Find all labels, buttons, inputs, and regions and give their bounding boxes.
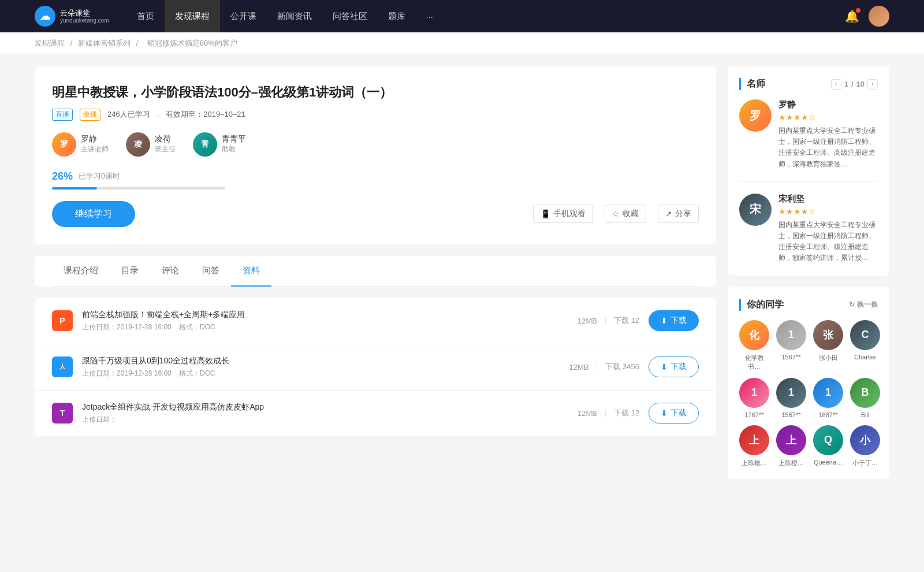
download-button-2[interactable]: ⬇ 下载 — [649, 403, 699, 424]
logo[interactable]: ☁ 云朵课堂 yunduoketang.com — [35, 6, 109, 27]
instructor-2: 青 青青平 助教 — [193, 132, 246, 157]
nav-item-more[interactable]: ··· — [416, 0, 444, 32]
classmate-2-name: 张小田 — [819, 354, 838, 362]
file-info-0: 前端全栈加强版！前端全栈+全周期+多端应用 上传日期：2019-12-28 16… — [82, 310, 568, 332]
classmate-3-avatar[interactable]: C — [850, 320, 880, 350]
classmate-6-avatar[interactable]: 1 — [813, 378, 843, 408]
progress-pct: 26% — [52, 170, 73, 183]
user-avatar[interactable] — [869, 6, 889, 27]
classmate-2-avatar[interactable]: 张 — [813, 320, 843, 350]
share-icon: ↗ — [665, 209, 672, 218]
star-icon: ☆ — [612, 209, 620, 218]
file-date-0: 上传日期：2019-12-28 16:00 — [82, 323, 172, 331]
instructor-2-name: 青青平 — [222, 134, 246, 144]
teacher-item-1: 宋 宋利坚 ★★★★☆ 国内某重点大学安全工程专业硕士，国家一级注册消防工程师、… — [739, 194, 878, 264]
logo-name: 云朵课堂 — [60, 9, 109, 18]
notification-bell[interactable]: 🔔 — [845, 9, 859, 23]
file-stats-0: 12MB ｜ 下载 12 — [578, 315, 639, 326]
file-info-2: Jetpack全组件实战 开发短视频应用高仿皮皮虾App 上传日期： — [82, 402, 568, 425]
classmate-4-name: 1767** — [744, 411, 763, 418]
breadcrumb-sep-1: / — [136, 39, 140, 47]
continue-button[interactable]: 继续学习 — [52, 201, 135, 227]
action-links: 📱 手机观看 ☆ 收藏 ↗ 分享 — [533, 205, 699, 223]
classmate-11-name: 小于丁… — [852, 459, 878, 467]
classmate-10: Q Queena… — [813, 425, 843, 467]
mobile-watch-button[interactable]: 📱 手机观看 — [533, 205, 593, 223]
file-downloads-0: 下载 12 — [614, 315, 639, 326]
instructor-2-info: 青青平 助教 — [222, 134, 246, 154]
classmate-11-avatar[interactable]: 小 — [850, 425, 880, 455]
file-item-0: P 前端全栈加强版！前端全栈+全周期+多端应用 上传日期：2019-12-28 … — [35, 298, 716, 344]
nav-item-qa[interactable]: 问答社区 — [322, 0, 378, 32]
file-date-2: 上传日期： — [82, 415, 117, 424]
instructor-1-role: 班主任 — [155, 144, 176, 154]
refresh-button[interactable]: ↻ 换一换 — [849, 300, 878, 310]
instructor-1-avatar: 凌 — [126, 132, 150, 157]
teachers-page: 1 — [844, 80, 848, 88]
fav-label: 收藏 — [623, 209, 639, 219]
file-icon-1: 人 — [52, 356, 73, 377]
progress-bar-bg — [52, 187, 225, 190]
classmate-7-name: Bill — [861, 411, 870, 418]
share-button[interactable]: ↗ 分享 — [658, 205, 699, 223]
file-downloads-2: 下载 12 — [614, 408, 639, 418]
breadcrumb-item-0[interactable]: 发现课程 — [35, 39, 65, 47]
instructor-1: 凌 凌荷 班主任 — [126, 132, 176, 157]
tab-qa[interactable]: 问答 — [191, 256, 231, 287]
nav-item-home[interactable]: 首页 — [126, 0, 165, 32]
classmate-5-avatar[interactable]: 1 — [776, 378, 806, 408]
classmate-7-avatar[interactable]: B — [850, 378, 880, 408]
nav-item-quiz[interactable]: 题库 — [378, 0, 416, 32]
classmate-8-avatar[interactable]: 上 — [739, 425, 769, 455]
file-name-2: Jetpack全组件实战 开发短视频应用高仿皮皮虾App — [82, 402, 568, 413]
teacher-0-avatar: 罗 — [739, 99, 772, 132]
classmate-1-avatar[interactable]: 1 — [776, 320, 806, 350]
classmate-4: 1 1767** — [739, 378, 769, 418]
download-icon-1: ⬇ — [661, 362, 668, 372]
tab-catalog[interactable]: 目录 — [110, 256, 150, 287]
classmates-grid: 化 化学教书… 1 1567** 张 张小田 C Charles 1 — [739, 320, 878, 467]
file-downloads-1: 下载 3456 — [605, 362, 639, 372]
tab-review[interactable]: 评论 — [150, 256, 191, 287]
nav-item-open[interactable]: 公开课 — [220, 0, 267, 32]
navbar: ☁ 云朵课堂 yunduoketang.com 首页 发现课程 公开课 新闻资讯… — [0, 0, 924, 32]
breadcrumb: 发现课程 / 新媒体营销系列 / 销冠修炼术摘定80%的客户 — [0, 32, 924, 55]
instructor-1-info: 凌荷 班主任 — [155, 134, 176, 154]
badge-live: 直播 — [52, 109, 73, 121]
nav-item-discover[interactable]: 发现课程 — [165, 0, 220, 32]
share-label: 分享 — [675, 209, 691, 219]
breadcrumb-item-1[interactable]: 新媒体营销系列 — [78, 39, 131, 47]
teachers-label: 名师 — [747, 78, 765, 90]
download-label-0: 下载 — [670, 315, 687, 326]
classmate-0-name: 化学教书… — [739, 354, 769, 371]
badge-rec: 录播 — [80, 109, 100, 121]
classmate-10-avatar[interactable]: Q — [813, 425, 843, 455]
nav-item-news[interactable]: 新闻资讯 — [267, 0, 322, 32]
favorite-button[interactable]: ☆ 收藏 — [605, 205, 646, 223]
classmate-9-avatar[interactable]: 上 — [776, 425, 806, 455]
classmate-5: 1 1567** — [776, 378, 806, 418]
download-button-0[interactable]: ⬇ 下载 — [649, 310, 699, 331]
action-row: 继续学习 📱 手机观看 ☆ 收藏 ↗ 分享 — [52, 201, 699, 227]
learners-count: 246人已学习 — [107, 109, 150, 120]
tab-intro[interactable]: 课程介绍 — [52, 256, 110, 287]
teachers-title: 名师 ‹ 1 / 10 › — [739, 78, 878, 90]
file-item-2: T Jetpack全组件实战 开发短视频应用高仿皮皮虾App 上传日期： 12M… — [35, 391, 716, 436]
next-teacher-button[interactable]: › — [867, 79, 878, 90]
classmate-1: 1 1567** — [776, 320, 806, 371]
download-button-1[interactable]: ⬇ 下载 — [649, 356, 699, 377]
teachers-pagination: ‹ 1 / 10 › — [831, 79, 878, 90]
classmate-0-avatar[interactable]: 化 — [739, 320, 769, 350]
file-meta-0: 上传日期：2019-12-28 16:00 格式：DOC — [82, 322, 568, 332]
classmate-4-avatar[interactable]: 1 — [739, 378, 769, 408]
classmate-1-name: 1567** — [781, 354, 800, 361]
breadcrumb-item-2: 销冠修炼术摘定80%的客户 — [147, 39, 237, 47]
classmate-10-name: Queena… — [814, 459, 843, 466]
breadcrumb-sep-0: / — [70, 39, 74, 47]
download-label-2: 下载 — [670, 408, 687, 418]
tab-resources[interactable]: 资料 — [231, 256, 271, 287]
prev-teacher-button[interactable]: ‹ — [831, 79, 841, 90]
classmate-2: 张 张小田 — [813, 320, 843, 371]
classmates-card: 你的同学 ↻ 换一换 化 化学教书… 1 1567** 张 张小田 — [728, 287, 889, 479]
file-sep-1: ｜ — [593, 362, 601, 372]
